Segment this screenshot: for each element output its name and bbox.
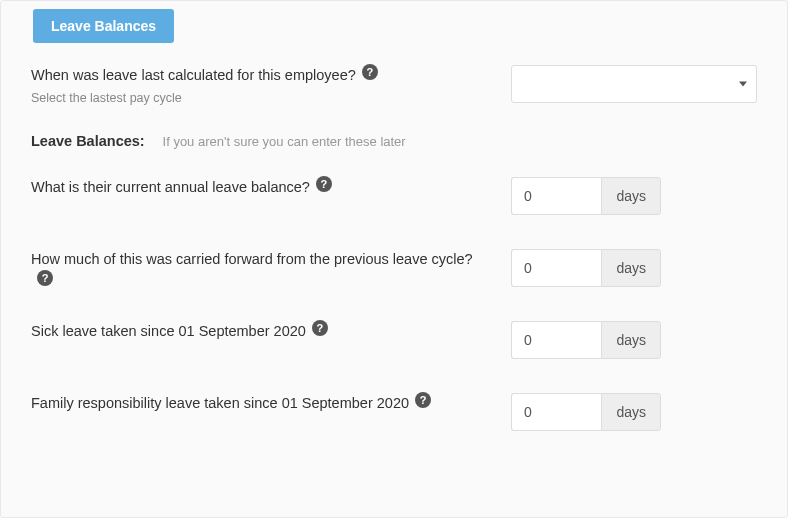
annual-balance-label: What is their current annual leave balan… [31, 177, 310, 199]
sick-leave-label: Sick leave taken since 01 September 2020 [31, 321, 306, 343]
help-icon[interactable]: ? [37, 270, 53, 286]
input-col-sick: days [511, 321, 757, 359]
annual-balance-input[interactable] [511, 177, 601, 215]
panel-content: When was leave last calculated for this … [1, 35, 787, 485]
tab-leave-balances[interactable]: Leave Balances [33, 9, 174, 43]
carried-forward-label: How much of this was carried forward fro… [31, 249, 473, 271]
help-icon[interactable]: ? [312, 320, 328, 336]
row-last-calculated: When was leave last calculated for this … [31, 65, 757, 105]
label-col-sick: Sick leave taken since 01 September 2020… [31, 321, 511, 343]
unit-days: days [601, 321, 661, 359]
row-family-leave: Family responsibility leave taken since … [31, 393, 757, 431]
input-col-carried: days [511, 249, 757, 287]
section-title: Leave Balances: [31, 133, 145, 149]
help-icon[interactable]: ? [415, 392, 431, 408]
help-icon[interactable]: ? [316, 176, 332, 192]
label-col-annual: What is their current annual leave balan… [31, 177, 511, 199]
label-col-carried: How much of this was carried forward fro… [31, 249, 511, 287]
label-col-last-calculated: When was leave last calculated for this … [31, 65, 511, 105]
section-hint: If you aren't sure you can enter these l… [163, 134, 406, 149]
sick-leave-input[interactable] [511, 321, 601, 359]
input-col-last-calculated [511, 65, 757, 103]
unit-days: days [601, 393, 661, 431]
pay-cycle-select[interactable] [511, 65, 757, 103]
input-col-annual: days [511, 177, 757, 215]
tab-header: Leave Balances [33, 9, 788, 43]
label-col-family: Family responsibility leave taken since … [31, 393, 511, 415]
last-calculated-sub: Select the lastest pay cycle [31, 91, 491, 105]
row-annual-balance: What is their current annual leave balan… [31, 177, 757, 215]
family-leave-label: Family responsibility leave taken since … [31, 393, 409, 415]
row-sick-leave: Sick leave taken since 01 September 2020… [31, 321, 757, 359]
unit-days: days [601, 249, 661, 287]
row-carried-forward: How much of this was carried forward fro… [31, 249, 757, 287]
leave-balances-panel: Leave Balances When was leave last calcu… [0, 0, 788, 518]
family-leave-input[interactable] [511, 393, 601, 431]
section-header: Leave Balances: If you aren't sure you c… [31, 133, 757, 149]
last-calculated-label: When was leave last calculated for this … [31, 65, 356, 87]
input-col-family: days [511, 393, 757, 431]
unit-days: days [601, 177, 661, 215]
carried-forward-input[interactable] [511, 249, 601, 287]
help-icon[interactable]: ? [362, 64, 378, 80]
